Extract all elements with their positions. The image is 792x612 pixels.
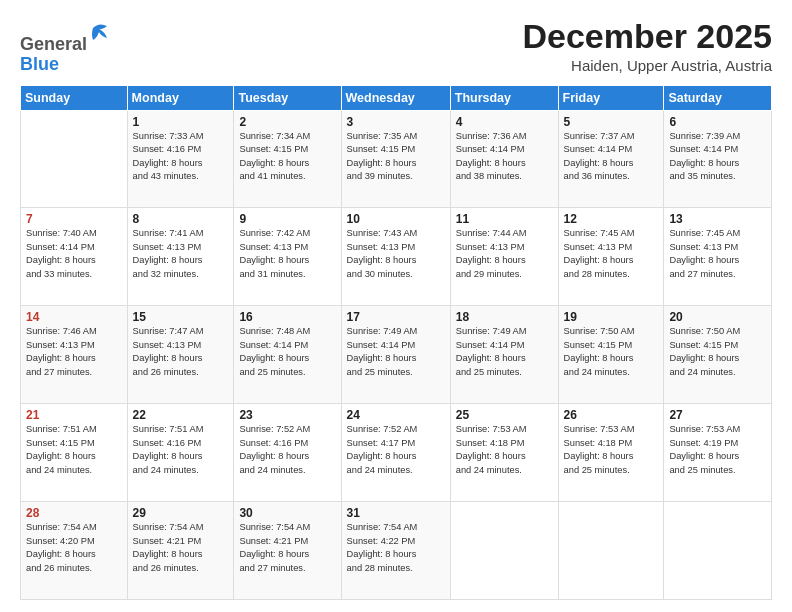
calendar-week-2: 7Sunrise: 7:40 AM Sunset: 4:14 PM Daylig… [21,208,772,306]
day-detail: Sunrise: 7:34 AM Sunset: 4:15 PM Dayligh… [239,130,335,184]
day-number: 7 [26,212,122,226]
day-number: 28 [26,506,122,520]
day-number: 24 [347,408,445,422]
col-header-saturday: Saturday [664,85,772,110]
day-detail: Sunrise: 7:35 AM Sunset: 4:15 PM Dayligh… [347,130,445,184]
day-detail: Sunrise: 7:54 AM Sunset: 4:21 PM Dayligh… [239,521,335,575]
day-number: 25 [456,408,553,422]
day-number: 2 [239,115,335,129]
logo-bird-icon [89,22,109,50]
calendar-cell: 18Sunrise: 7:49 AM Sunset: 4:14 PM Dayli… [450,306,558,404]
calendar-cell: 9Sunrise: 7:42 AM Sunset: 4:13 PM Daylig… [234,208,341,306]
day-number: 30 [239,506,335,520]
calendar-cell: 8Sunrise: 7:41 AM Sunset: 4:13 PM Daylig… [127,208,234,306]
day-number: 9 [239,212,335,226]
day-detail: Sunrise: 7:40 AM Sunset: 4:14 PM Dayligh… [26,227,122,281]
calendar-cell: 11Sunrise: 7:44 AM Sunset: 4:13 PM Dayli… [450,208,558,306]
header: General Blue December 2025 Haiden, Upper… [20,18,772,75]
day-number: 6 [669,115,766,129]
day-detail: Sunrise: 7:33 AM Sunset: 4:16 PM Dayligh… [133,130,229,184]
day-number: 21 [26,408,122,422]
calendar-cell: 22Sunrise: 7:51 AM Sunset: 4:16 PM Dayli… [127,404,234,502]
col-header-wednesday: Wednesday [341,85,450,110]
day-number: 18 [456,310,553,324]
calendar-cell: 28Sunrise: 7:54 AM Sunset: 4:20 PM Dayli… [21,502,128,600]
day-detail: Sunrise: 7:51 AM Sunset: 4:15 PM Dayligh… [26,423,122,477]
day-detail: Sunrise: 7:39 AM Sunset: 4:14 PM Dayligh… [669,130,766,184]
day-number: 3 [347,115,445,129]
calendar-week-1: 1Sunrise: 7:33 AM Sunset: 4:16 PM Daylig… [21,110,772,208]
calendar-cell: 25Sunrise: 7:53 AM Sunset: 4:18 PM Dayli… [450,404,558,502]
calendar-cell: 1Sunrise: 7:33 AM Sunset: 4:16 PM Daylig… [127,110,234,208]
day-detail: Sunrise: 7:53 AM Sunset: 4:18 PM Dayligh… [564,423,659,477]
day-number: 16 [239,310,335,324]
calendar-cell: 6Sunrise: 7:39 AM Sunset: 4:14 PM Daylig… [664,110,772,208]
calendar-cell: 5Sunrise: 7:37 AM Sunset: 4:14 PM Daylig… [558,110,664,208]
day-detail: Sunrise: 7:42 AM Sunset: 4:13 PM Dayligh… [239,227,335,281]
day-detail: Sunrise: 7:41 AM Sunset: 4:13 PM Dayligh… [133,227,229,281]
day-number: 22 [133,408,229,422]
day-detail: Sunrise: 7:54 AM Sunset: 4:22 PM Dayligh… [347,521,445,575]
day-number: 14 [26,310,122,324]
day-number: 8 [133,212,229,226]
calendar-cell: 31Sunrise: 7:54 AM Sunset: 4:22 PM Dayli… [341,502,450,600]
day-number: 11 [456,212,553,226]
calendar-week-4: 21Sunrise: 7:51 AM Sunset: 4:15 PM Dayli… [21,404,772,502]
day-number: 1 [133,115,229,129]
logo: General Blue [20,22,109,75]
col-header-monday: Monday [127,85,234,110]
col-header-thursday: Thursday [450,85,558,110]
calendar-cell: 13Sunrise: 7:45 AM Sunset: 4:13 PM Dayli… [664,208,772,306]
col-header-sunday: Sunday [21,85,128,110]
calendar-cell: 27Sunrise: 7:53 AM Sunset: 4:19 PM Dayli… [664,404,772,502]
day-number: 23 [239,408,335,422]
location: Haiden, Upper Austria, Austria [522,57,772,74]
day-detail: Sunrise: 7:45 AM Sunset: 4:13 PM Dayligh… [564,227,659,281]
day-detail: Sunrise: 7:44 AM Sunset: 4:13 PM Dayligh… [456,227,553,281]
calendar-header-row: SundayMondayTuesdayWednesdayThursdayFrid… [21,85,772,110]
calendar-cell: 21Sunrise: 7:51 AM Sunset: 4:15 PM Dayli… [21,404,128,502]
day-detail: Sunrise: 7:45 AM Sunset: 4:13 PM Dayligh… [669,227,766,281]
day-detail: Sunrise: 7:37 AM Sunset: 4:14 PM Dayligh… [564,130,659,184]
col-header-friday: Friday [558,85,664,110]
calendar-cell: 4Sunrise: 7:36 AM Sunset: 4:14 PM Daylig… [450,110,558,208]
calendar-cell [450,502,558,600]
day-number: 10 [347,212,445,226]
day-detail: Sunrise: 7:53 AM Sunset: 4:18 PM Dayligh… [456,423,553,477]
calendar-cell: 16Sunrise: 7:48 AM Sunset: 4:14 PM Dayli… [234,306,341,404]
calendar-cell: 7Sunrise: 7:40 AM Sunset: 4:14 PM Daylig… [21,208,128,306]
calendar-cell: 29Sunrise: 7:54 AM Sunset: 4:21 PM Dayli… [127,502,234,600]
col-header-tuesday: Tuesday [234,85,341,110]
day-detail: Sunrise: 7:46 AM Sunset: 4:13 PM Dayligh… [26,325,122,379]
calendar-cell: 19Sunrise: 7:50 AM Sunset: 4:15 PM Dayli… [558,306,664,404]
day-detail: Sunrise: 7:49 AM Sunset: 4:14 PM Dayligh… [456,325,553,379]
calendar-cell: 20Sunrise: 7:50 AM Sunset: 4:15 PM Dayli… [664,306,772,404]
calendar-week-3: 14Sunrise: 7:46 AM Sunset: 4:13 PM Dayli… [21,306,772,404]
day-number: 29 [133,506,229,520]
calendar-cell: 26Sunrise: 7:53 AM Sunset: 4:18 PM Dayli… [558,404,664,502]
calendar-cell: 23Sunrise: 7:52 AM Sunset: 4:16 PM Dayli… [234,404,341,502]
day-detail: Sunrise: 7:50 AM Sunset: 4:15 PM Dayligh… [669,325,766,379]
calendar-cell: 17Sunrise: 7:49 AM Sunset: 4:14 PM Dayli… [341,306,450,404]
day-detail: Sunrise: 7:53 AM Sunset: 4:19 PM Dayligh… [669,423,766,477]
calendar-cell: 14Sunrise: 7:46 AM Sunset: 4:13 PM Dayli… [21,306,128,404]
title-block: December 2025 Haiden, Upper Austria, Aus… [522,18,772,74]
calendar-cell: 2Sunrise: 7:34 AM Sunset: 4:15 PM Daylig… [234,110,341,208]
calendar-cell [21,110,128,208]
day-detail: Sunrise: 7:50 AM Sunset: 4:15 PM Dayligh… [564,325,659,379]
calendar-cell [558,502,664,600]
day-detail: Sunrise: 7:36 AM Sunset: 4:14 PM Dayligh… [456,130,553,184]
calendar-cell: 15Sunrise: 7:47 AM Sunset: 4:13 PM Dayli… [127,306,234,404]
calendar-week-5: 28Sunrise: 7:54 AM Sunset: 4:20 PM Dayli… [21,502,772,600]
day-number: 20 [669,310,766,324]
day-number: 17 [347,310,445,324]
day-detail: Sunrise: 7:48 AM Sunset: 4:14 PM Dayligh… [239,325,335,379]
logo-blue: Blue [20,54,59,74]
calendar-cell: 12Sunrise: 7:45 AM Sunset: 4:13 PM Dayli… [558,208,664,306]
calendar-cell: 3Sunrise: 7:35 AM Sunset: 4:15 PM Daylig… [341,110,450,208]
day-number: 13 [669,212,766,226]
day-detail: Sunrise: 7:52 AM Sunset: 4:16 PM Dayligh… [239,423,335,477]
calendar: SundayMondayTuesdayWednesdayThursdayFrid… [20,85,772,600]
day-number: 15 [133,310,229,324]
day-number: 5 [564,115,659,129]
